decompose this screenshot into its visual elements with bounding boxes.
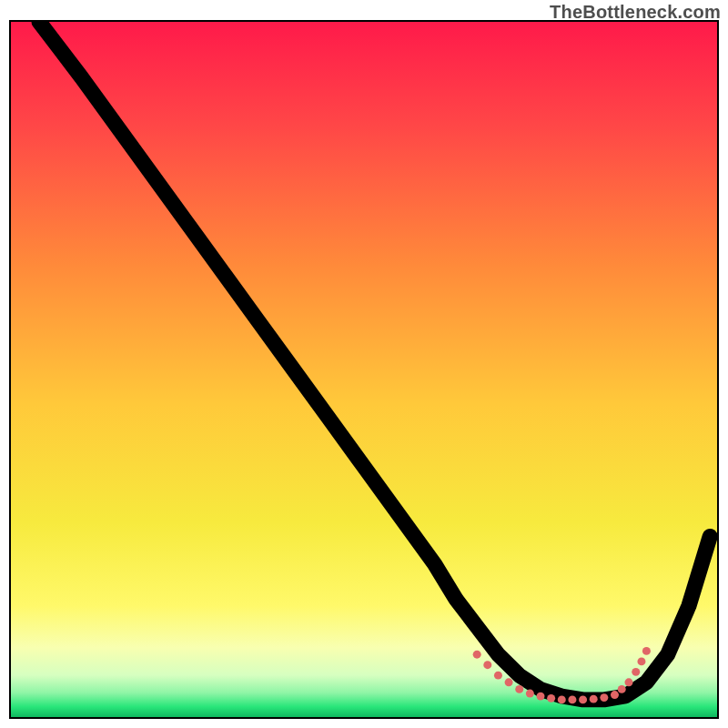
highlight-marker: [558, 695, 566, 703]
highlight-marker: [611, 691, 619, 699]
highlight-marker: [632, 668, 640, 676]
highlight-marker: [536, 693, 544, 701]
highlight-marker: [600, 693, 608, 702]
highlight-marker: [473, 651, 481, 659]
chart-container: TheBottleneck.com: [0, 0, 728, 728]
plot-svg: [11, 22, 717, 717]
highlight-marker: [618, 685, 626, 693]
highlight-marker: [642, 647, 651, 655]
highlight-marker: [526, 690, 534, 698]
highlight-marker: [483, 661, 491, 669]
highlight-marker: [590, 695, 598, 703]
plot-area: [11, 22, 717, 717]
highlight-marker: [637, 657, 645, 665]
plot-frame: [9, 20, 719, 719]
highlight-marker: [515, 685, 523, 693]
highlight-marker: [579, 695, 587, 703]
watermark-text: TheBottleneck.com: [550, 2, 721, 23]
highlight-marker: [547, 694, 555, 703]
highlight-marker: [505, 678, 513, 686]
highlight-marker: [624, 678, 632, 686]
highlight-marker: [568, 695, 576, 703]
highlight-marker: [494, 672, 502, 680]
